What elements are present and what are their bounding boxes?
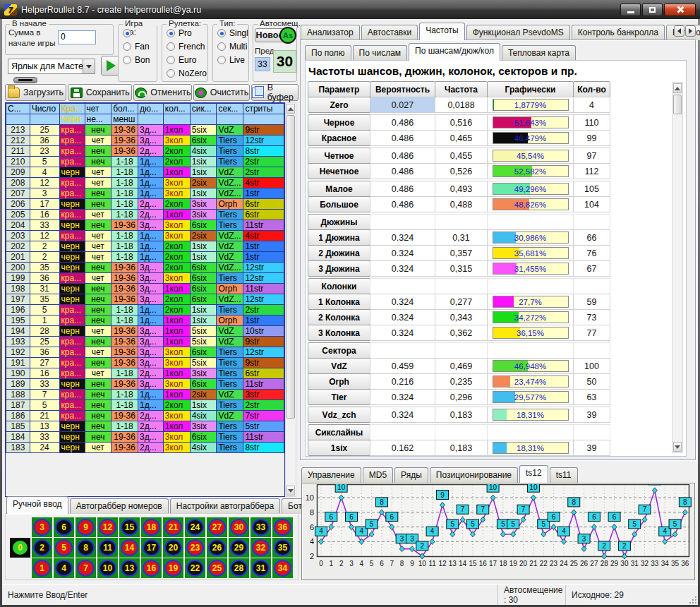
number-button-17[interactable]: 17 [141, 538, 162, 558]
number-button-11[interactable]: 11 [97, 538, 118, 558]
freq-param-button[interactable]: Vdz_zch [308, 407, 370, 423]
frequencies-scroll-thumb[interactable] [673, 95, 682, 114]
number-button-18[interactable]: 18 [141, 517, 162, 537]
freq-param-button[interactable]: Дюжины [308, 214, 370, 230]
number-button-15[interactable]: 15 [119, 517, 140, 537]
freq-param-button[interactable]: Большое [308, 196, 370, 212]
number-button-24[interactable]: 24 [185, 517, 205, 537]
table-row[interactable]: 19016кра...чет1-182д...1кол3sixTiers6str [6, 368, 284, 379]
table-row[interactable]: 20617черннеч1-182д...2кол3sixOrph6str [6, 199, 284, 210]
tab-freq-3[interactable]: По шансам/дюж/кол [409, 43, 500, 61]
scroll-down-button[interactable] [673, 442, 682, 452]
table-row[interactable]: 19936кра...чет19-363д...3кол6sixTiers12s… [6, 273, 284, 284]
radio-nozero[interactable]: NoZero [167, 68, 207, 78]
tab-freq-2[interactable]: По числам [353, 45, 408, 61]
number-button-1[interactable]: 1 [32, 558, 52, 578]
number-button-34[interactable]: 34 [272, 558, 293, 578]
freq-param-button[interactable]: Сикслайны [308, 424, 370, 440]
number-button-7[interactable]: 7 [76, 558, 96, 578]
number-button-4[interactable]: 4 [54, 558, 74, 578]
number-button-14[interactable]: 14 [119, 538, 140, 558]
table-row[interactable]: 1951кра...неч1-181д...1кол1sixOrph1str [6, 315, 284, 326]
number-button-20[interactable]: 20 [163, 538, 183, 558]
number-button-16[interactable]: 16 [141, 558, 162, 578]
table-row[interactable]: 18324чернчет19-362д...3кол4sixTiers8str [6, 443, 284, 453]
отменить-button[interactable]: Отменить [133, 84, 192, 101]
freq-param-button[interactable]: Tier [308, 389, 370, 405]
master-shortcut-dropdown[interactable]: Ярлык для Мастер [8, 59, 95, 74]
number-button-6[interactable]: 6 [54, 517, 74, 537]
number-button-28[interactable]: 28 [229, 558, 249, 578]
as-button[interactable]: As [279, 27, 296, 44]
collapse-handle[interactable] [13, 77, 37, 83]
number-button-19[interactable]: 19 [163, 558, 183, 578]
restore-button[interactable] [642, 4, 663, 16]
radio-french[interactable]: French [167, 42, 207, 52]
table-row[interactable]: 2094чернчет1-181д...1кол1sixVdZ2str [6, 167, 284, 178]
tab-chart-2[interactable]: MD5 [363, 467, 393, 483]
number-button-25[interactable]: 25 [207, 558, 227, 578]
freq-param-button[interactable]: 1 Колонка [308, 294, 370, 310]
dropdown-open-button[interactable] [83, 59, 95, 73]
freq-param-button[interactable]: Красное [308, 130, 370, 146]
radio-live[interactable]: Live [217, 55, 248, 65]
table-row[interactable]: 21236кра...чет19-363д...3кол6sixTiers12s… [6, 136, 284, 146]
table-row[interactable]: 20312кра...чет1-181д...3кол2sixVdZ...4st… [6, 231, 284, 241]
table-row[interactable]: 20516кра...чет1-182д...1кол3sixTiers6str [6, 210, 284, 220]
radio-pro[interactable]: Pro [167, 28, 207, 38]
number-button-22[interactable]: 22 [185, 558, 205, 578]
table-row[interactable]: 19325кра...неч19-363д...1кол5sixVdZ9str [6, 337, 284, 347]
сохранить-button[interactable]: Сохранить [68, 84, 132, 101]
number-button-27[interactable]: 27 [207, 517, 227, 537]
tabs-scroll-left-button[interactable] [674, 25, 684, 37]
minimize-button[interactable] [620, 4, 641, 16]
в буфер-button[interactable]: В буфер [251, 84, 298, 101]
tab-freq-1[interactable]: По полю [305, 45, 351, 61]
table-row[interactable]: 18621кра...неч19-362д...3кол4sixVdZ7str [6, 411, 284, 421]
radio-multi[interactable]: Multi [217, 42, 248, 52]
freq-param-button[interactable]: 2 Дюжина [308, 245, 370, 261]
number-button-30[interactable]: 30 [229, 517, 249, 537]
number-button-10[interactable]: 10 [97, 558, 118, 578]
number-button-21[interactable]: 21 [163, 517, 183, 537]
tab-input-3[interactable]: Настройки автограббера [170, 498, 280, 514]
freq-param-button[interactable]: 2 Колонка [308, 309, 370, 325]
history-scroll-thumb[interactable] [286, 115, 295, 419]
table-row[interactable]: 20433черннеч19-363д...3кол6sixTiers11str [6, 220, 284, 231]
freq-param-button[interactable]: Zero [308, 97, 370, 113]
tabs-scroll-right-button[interactable] [685, 25, 696, 37]
number-button-12[interactable]: 12 [97, 517, 118, 537]
table-row[interactable]: 18433черннеч19-363д...3кол6sixTiers11str [6, 432, 284, 443]
number-button-33[interactable]: 33 [251, 517, 271, 537]
freq-param-button[interactable]: Сектора [308, 342, 370, 359]
start-sum-input[interactable]: 0 [58, 30, 96, 44]
tab-chart-5[interactable]: ts12 [519, 465, 548, 483]
tab-main-4[interactable]: Функционал PsevdoMS [466, 25, 570, 40]
resize-grip[interactable] [688, 595, 696, 603]
table-row[interactable]: 1965кра...неч1-181д...2кол1sixTiers2str [6, 305, 284, 315]
radio-fan[interactable]: Fan [123, 42, 157, 52]
tab-freq-4[interactable]: Тепловая карта [502, 45, 576, 61]
number-button-13[interactable]: 13 [119, 558, 140, 578]
table-row[interactable]: 1875кра...неч1-181д...2кол1sixTiers2str [6, 400, 284, 411]
freq-param-button[interactable]: 3 Дюжина [308, 260, 370, 277]
number-button-23[interactable]: 23 [185, 538, 205, 558]
tab-main-3[interactable]: Частоты [419, 23, 465, 40]
freq-param-button[interactable]: 1 Дюжина [308, 229, 370, 246]
number-button-35[interactable]: 35 [272, 538, 293, 558]
table-row[interactable]: 18933черннеч19-363д...3кол6sixTiers11str [6, 379, 284, 390]
tab-main-2[interactable]: Автоставки [361, 25, 418, 40]
number-button-31[interactable]: 31 [251, 558, 271, 578]
очистить-button[interactable]: Очистить [193, 84, 249, 101]
table-row[interactable]: 20035черннеч19-363д...2кол6sixVdZ...12st… [6, 263, 284, 273]
number-button-26[interactable]: 26 [207, 538, 227, 558]
freq-param-button[interactable]: Четное [308, 148, 370, 164]
scroll-up-button[interactable] [286, 104, 295, 114]
tab-chart-4[interactable]: Позиционирование [430, 467, 518, 483]
number-button-36[interactable]: 36 [272, 517, 293, 537]
number-button-32[interactable]: 32 [251, 538, 271, 558]
table-row[interactable]: 19127кра...неч19-363д...3кол5sixTiers9st… [6, 358, 284, 368]
table-row[interactable]: 18513черннеч1-182д...1кол3sixTiers5str [6, 421, 284, 432]
freq-param-button[interactable]: VdZ [308, 358, 370, 374]
radio-singl[interactable]: Singl [217, 28, 248, 38]
